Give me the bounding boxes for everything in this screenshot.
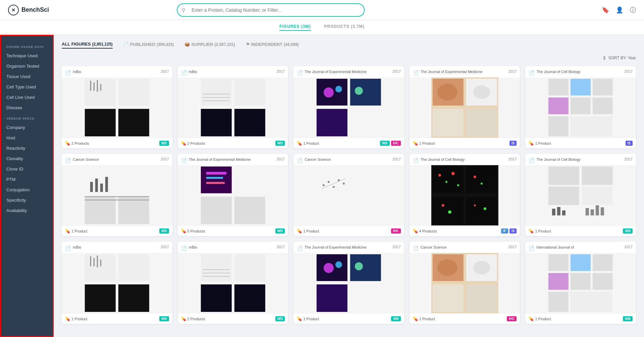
- products-icon: 💊: [529, 317, 534, 321]
- svg-point-123: [335, 261, 342, 268]
- sidebar-item-availability[interactable]: Availability: [1, 205, 53, 216]
- svg-rect-106: [94, 258, 95, 266]
- badge-group: WB: [159, 228, 169, 233]
- card-item[interactable]: 📄 The Journal of Cell Biology 2017: [410, 154, 520, 236]
- logo[interactable]: ✕ BenchSci: [8, 5, 52, 15]
- sidebar-item-technique[interactable]: Technique Used: [1, 51, 53, 61]
- card-footer: 💊 1 Product WB: [62, 313, 172, 324]
- sidebar-item-disease[interactable]: Disease: [1, 103, 53, 113]
- card-image: [293, 253, 404, 313]
- sidebar-item-reactivity[interactable]: Reactivity: [1, 143, 53, 153]
- svg-rect-35: [593, 79, 613, 95]
- card-item[interactable]: 📄 The Journal of Experimental Medicine 2…: [410, 66, 520, 148]
- card-footer: 💊 2 Products WB: [178, 138, 288, 148]
- info-icon[interactable]: ⓘ: [630, 6, 636, 14]
- card-year: 2017: [625, 69, 633, 73]
- svg-rect-88: [582, 166, 613, 185]
- journal-icon: 📄: [181, 70, 187, 75]
- sidebar-item-tissue[interactable]: Tissue Used: [1, 71, 53, 82]
- svg-rect-138: [593, 273, 613, 290]
- bookmark-icon[interactable]: 🔖: [602, 6, 609, 14]
- card-item[interactable]: 📄 Cancer Science 2017 💊 1 Product: [62, 154, 172, 236]
- journal-name: mBio: [189, 245, 275, 250]
- card-year: 2017: [508, 245, 517, 249]
- subtab-all-figures[interactable]: ALL FIGURES (2,951,125): [62, 42, 113, 49]
- card-item[interactable]: 📄 International Journal of 2017 💊 1 Prod…: [525, 242, 636, 324]
- sidebar-item-conjugation[interactable]: Conjugation: [1, 185, 53, 195]
- sidebar-item-organism[interactable]: Organism Tested: [1, 61, 53, 71]
- search-input[interactable]: [177, 3, 365, 17]
- sidebar-item-clonality[interactable]: Clonality: [1, 153, 53, 164]
- products-icon: 💊: [65, 141, 70, 146]
- card-footer: 💊 5 Products WB: [178, 225, 288, 236]
- card-item[interactable]: 📄 The Journal of Experimental Medicine 2…: [293, 66, 404, 148]
- card-item[interactable]: 📄 mBio 2017 💊 2 Products WB: [178, 242, 288, 324]
- sidebar-item-cloneid[interactable]: Clone ID: [1, 164, 53, 174]
- svg-rect-2: [85, 109, 116, 136]
- products-label: 💊 5 Products: [181, 229, 205, 233]
- svg-rect-40: [571, 116, 613, 136]
- card-item[interactable]: 📄 The Journal of Cell Biology 2017 💊 1 P…: [525, 66, 636, 148]
- svg-rect-34: [571, 79, 591, 95]
- card-year: 2017: [277, 245, 285, 249]
- products-label: 💊 2 Products: [181, 141, 205, 146]
- sidebar-item-celltype[interactable]: Cell Type Used: [1, 82, 53, 92]
- badge-ihc: IHC: [507, 316, 517, 321]
- card-header: 📄 The Journal of Cell Biology 2017: [525, 154, 636, 165]
- card-item[interactable]: 📄 The Journal of Experimental Medicine 2…: [178, 154, 288, 236]
- svg-rect-56: [234, 197, 265, 224]
- svg-rect-44: [85, 197, 116, 224]
- journal-name: Cancer Science: [305, 157, 390, 162]
- svg-rect-62: [350, 166, 381, 193]
- card-item[interactable]: 📄 The Journal of Experimental Medicine 2…: [293, 242, 404, 324]
- svg-rect-110: [201, 254, 231, 281]
- products-label: 💊 2 Products: [181, 317, 205, 321]
- journal-icon: 📄: [413, 246, 419, 251]
- products-icon: 💊: [65, 229, 70, 233]
- card-item[interactable]: 📄 mBio 2017 💊 1 Product WB: [62, 242, 172, 324]
- sidebar-item-ptm[interactable]: PTM: [1, 174, 53, 185]
- svg-point-124: [355, 262, 363, 270]
- svg-rect-112: [234, 254, 265, 281]
- journal-name: The Journal of Experimental Medicine: [305, 69, 390, 74]
- svg-point-31: [473, 85, 490, 99]
- card-header: 📄 mBio 2017: [178, 242, 288, 253]
- card-image: [525, 77, 636, 138]
- card-footer: 💊 1 Product IHC: [410, 313, 520, 324]
- svg-rect-29: [466, 109, 497, 136]
- card-item[interactable]: 📄 mBio 2017 💊 2 Products WB: [62, 66, 172, 148]
- card-footer: 💊 1 Product WB: [62, 225, 172, 236]
- svg-rect-102: [85, 284, 116, 312]
- journal-name: mBio: [73, 245, 159, 250]
- sidebar-item-company[interactable]: Company: [1, 122, 53, 133]
- subtab-published[interactable]: 📄 PUBLISHED (309,425): [123, 42, 174, 48]
- badge-wb: WB: [380, 141, 390, 146]
- sidebar-item-host[interactable]: Host: [1, 133, 53, 143]
- user-icon[interactable]: 👤: [616, 6, 623, 14]
- tab-figures[interactable]: FIGURES (3M): [279, 24, 311, 31]
- card-item[interactable]: 📄 The Journal of Cell Biology 2017 💊: [525, 154, 636, 236]
- badge-group: WB: [391, 316, 401, 321]
- card-item[interactable]: 📄 Cancer Science 2017 💊 1 Product IHC: [410, 242, 520, 324]
- badge-wb: WB: [275, 141, 285, 146]
- supplier-count: (2,597,101): [214, 42, 235, 47]
- sort-label[interactable]: SORT BY: Year: [608, 56, 636, 60]
- products-icon: 💊: [413, 141, 418, 146]
- card-header: 📄 The Journal of Experimental Medicine 2…: [293, 242, 404, 253]
- subtab-supplier[interactable]: 📦 SUPPLIER (2,597,101): [184, 42, 235, 48]
- journal-name: The Journal of Experimental Medicine: [421, 69, 506, 74]
- svg-rect-11: [201, 109, 231, 136]
- badge-group: WB: [159, 316, 169, 321]
- svg-rect-133: [548, 254, 569, 271]
- card-item[interactable]: 📄 mBio 2017 💊 2 Products WB: [178, 66, 288, 148]
- svg-rect-53: [201, 166, 231, 193]
- svg-rect-137: [571, 273, 591, 290]
- card-item[interactable]: 📄 Cancer Science 2017 💊 1 Product: [293, 154, 404, 236]
- subtab-independent[interactable]: ⚑ INDEPENDENT (44,599): [246, 42, 299, 48]
- sidebar-item-specificity[interactable]: Specificity: [1, 195, 53, 205]
- svg-point-79: [457, 184, 459, 186]
- svg-point-122: [324, 263, 334, 273]
- card-year: 2017: [392, 157, 400, 161]
- sidebar-item-cellline[interactable]: Cell Line Used: [1, 92, 53, 103]
- tab-products[interactable]: PRODUCTS (3.7M): [324, 24, 365, 31]
